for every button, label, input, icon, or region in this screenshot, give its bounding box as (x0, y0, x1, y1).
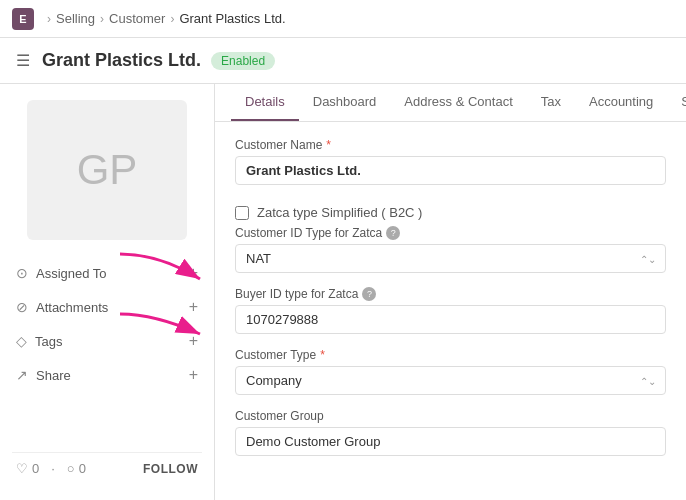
sidebar-attachments[interactable]: ⊘ Attachments + (12, 290, 202, 324)
share-icon: ↗ (16, 367, 28, 383)
likes-button[interactable]: ♡ 0 (16, 461, 39, 476)
buyer-id-input[interactable] (235, 305, 666, 334)
zatca-checkbox-row: Zatca type Simplified ( B2C ) (235, 199, 666, 226)
customer-id-type-group: Customer ID Type for Zatca ? NAT IQA PAS… (235, 226, 666, 273)
breadcrumb-sep-1: › (47, 12, 51, 26)
hamburger-icon[interactable]: ☰ (16, 51, 30, 70)
buyer-id-label: Buyer ID type for Zatca ? (235, 287, 666, 301)
left-panel: GP ⊙ Assigned To + ⊘ Attachments + ◇ Tag… (0, 84, 215, 500)
tab-sale[interactable]: Sale (667, 84, 686, 121)
breadcrumb-customer[interactable]: Customer (109, 11, 165, 26)
breadcrumb-selling[interactable]: Selling (56, 11, 95, 26)
customer-name-input[interactable] (235, 156, 666, 185)
tags-plus-icon[interactable]: + (189, 332, 198, 350)
comment-icon: ○ (67, 461, 75, 476)
breadcrumb-bar: E › Selling › Customer › Grant Plastics … (0, 0, 686, 38)
customer-group-group: Customer Group (235, 409, 666, 456)
chatter-bar: ♡ 0 · ○ 0 FOLLOW (12, 452, 202, 484)
status-badge: Enabled (211, 52, 275, 70)
customer-id-type-help-icon[interactable]: ? (386, 226, 400, 240)
attachments-icon: ⊘ (16, 299, 28, 315)
avatar: GP (27, 100, 187, 240)
page-header: ☰ Grant Plastics Ltd. Enabled (0, 38, 686, 84)
tab-tax[interactable]: Tax (527, 84, 575, 121)
breadcrumb-sep-2: › (100, 12, 104, 26)
customer-type-group: Customer Type * Company Individual (235, 348, 666, 395)
customer-type-select[interactable]: Company Individual (235, 366, 666, 395)
sidebar-tags[interactable]: ◇ Tags + (12, 324, 202, 358)
avatar-initials: GP (77, 146, 138, 194)
zatca-checkbox-label: Zatca type Simplified ( B2C ) (257, 205, 422, 220)
content-wrapper: GP ⊙ Assigned To + ⊘ Attachments + ◇ Tag… (0, 84, 686, 500)
tab-dashboard[interactable]: Dashboard (299, 84, 391, 121)
tab-address-contact[interactable]: Address & Contact (390, 84, 526, 121)
page-title: Grant Plastics Ltd. (42, 50, 201, 71)
assigned-to-label: Assigned To (36, 266, 107, 281)
app-logo[interactable]: E (12, 8, 34, 30)
zatca-checkbox[interactable] (235, 206, 249, 220)
required-star-type: * (320, 348, 325, 362)
customer-type-select-wrapper: Company Individual (235, 366, 666, 395)
tags-label: Tags (35, 334, 62, 349)
customer-name-label: Customer Name * (235, 138, 666, 152)
right-panel: Details Dashboard Address & Contact Tax … (215, 84, 686, 500)
breadcrumb-current: Grant Plastics Ltd. (179, 11, 285, 26)
tab-accounting[interactable]: Accounting (575, 84, 667, 121)
customer-type-label: Customer Type * (235, 348, 666, 362)
sidebar-share[interactable]: ↗ Share + (12, 358, 202, 392)
sidebar-assigned-to[interactable]: ⊙ Assigned To + (12, 256, 202, 290)
heart-icon: ♡ (16, 461, 28, 476)
comments-button[interactable]: ○ 0 (67, 461, 86, 476)
likes-count: 0 (32, 461, 39, 476)
breadcrumb-sep-3: › (170, 12, 174, 26)
tags-icon: ◇ (16, 333, 27, 349)
tabs-bar: Details Dashboard Address & Contact Tax … (215, 84, 686, 122)
attachments-plus-icon[interactable]: + (189, 298, 198, 316)
share-plus-icon[interactable]: + (189, 366, 198, 384)
assigned-to-plus-icon[interactable]: + (189, 264, 198, 282)
tab-details[interactable]: Details (231, 84, 299, 121)
attachments-label: Attachments (36, 300, 108, 315)
customer-id-type-select[interactable]: NAT IQA PAS GCC IQN SAG OTH (235, 244, 666, 273)
assigned-to-icon: ⊙ (16, 265, 28, 281)
form-area: Customer Name * Zatca type Simplified ( … (215, 122, 686, 486)
follow-button[interactable]: FOLLOW (143, 462, 198, 476)
required-star: * (326, 138, 331, 152)
customer-id-type-select-wrapper: NAT IQA PAS GCC IQN SAG OTH (235, 244, 666, 273)
customer-group-label: Customer Group (235, 409, 666, 423)
comments-count: 0 (79, 461, 86, 476)
customer-name-group: Customer Name * (235, 138, 666, 185)
share-label: Share (36, 368, 71, 383)
customer-group-input[interactable] (235, 427, 666, 456)
buyer-id-group: Buyer ID type for Zatca ? (235, 287, 666, 334)
customer-id-type-label: Customer ID Type for Zatca ? (235, 226, 666, 240)
buyer-id-help-icon[interactable]: ? (362, 287, 376, 301)
